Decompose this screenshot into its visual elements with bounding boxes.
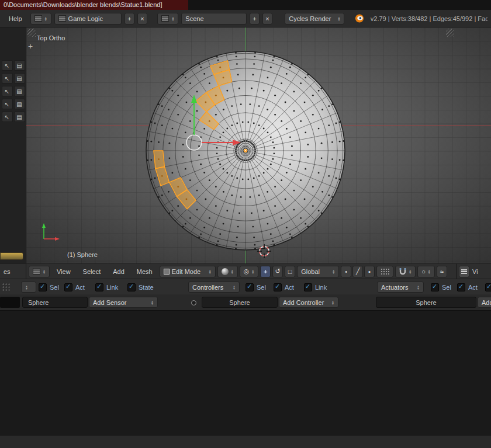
mode-dropdown[interactable]: Edit Mode ▲▼ [160,266,216,277]
manipulator-scale-button[interactable]: □ [285,266,295,277]
panel-grip-icon[interactable] [2,283,10,291]
chevron-updown-icon: ▲▼ [171,16,174,21]
vertex-select-button[interactable]: • [341,266,351,277]
cursor-icon[interactable]: ↖ [2,60,13,71]
cursor-icon[interactable]: ↖ [2,86,13,96]
chevron-updown-icon: ▲▼ [231,269,234,274]
logic-add-bar: Sphere Add Sensor ▲▼ Sphere Add Controll… [0,294,491,310]
logic-editor-canvas[interactable] [0,310,491,436]
cursor-icon[interactable]: ↖ [2,99,13,109]
proportional-edit-dropdown[interactable]: ○ ▲▼ [417,266,435,277]
add-controller-label: Add Controller [283,299,324,306]
controllers-sel-checkbox[interactable]: ✓ Sel [246,283,266,291]
view-name-label: Top Ortho [37,34,65,41]
left-editor-label: es [4,268,11,275]
magnet-icon [399,268,406,276]
chevron-updown-icon: ▲▼ [428,269,431,274]
sensors-link-checkbox[interactable]: ✓ Link [95,283,118,291]
logic-link-socket[interactable] [191,300,196,305]
snap-dropdown[interactable]: ▲▼ [395,266,416,277]
tool-row: ↖ ▤ [0,73,26,84]
add-layout-button[interactable]: + [125,13,134,25]
orientation-dropdown[interactable]: Global ▲▼ [297,266,339,277]
viewport-3d[interactable]: Top Ortho + (1) Sphere [26,27,491,263]
actuators-link-checkbox-partial[interactable]: ✓ [485,283,491,291]
render-engine-dropdown[interactable]: Cycles Render ▲▼ [285,13,344,25]
chevron-updown-icon: ▲▼ [151,300,154,305]
checkbox: ✓ [457,283,465,291]
right-editor-header: Vi [456,263,491,279]
cursor-icon[interactable]: ↖ [2,73,13,84]
add-controller-dropdown[interactable]: Add Controller ▲▼ [279,297,338,308]
panel-icon[interactable]: ▤ [14,99,25,109]
face-select-button[interactable]: ▪ [364,266,375,277]
manipulator-translate-button[interactable]: + [260,266,271,277]
left-editor-header[interactable]: es [0,263,26,279]
controllers-filter-dropdown[interactable]: Controllers ▲▼ [188,282,240,293]
occlude-geometry-button[interactable] [376,266,393,277]
menu-help[interactable]: Help [4,15,27,22]
toolshelf-expand-icon[interactable]: + [28,41,33,51]
checkbox-label: Sel [257,284,266,291]
region-list-button[interactable] [459,266,469,277]
sensors-filter-dropdown[interactable]: ▲▼ [21,282,36,293]
checkbox-label: Sel [442,284,451,291]
region-corner-handle[interactable] [27,29,36,37]
editor-type-button[interactable]: ▲▼ [30,13,51,25]
actuators-filter-dropdown[interactable]: Actuators ▲▼ [377,282,424,293]
info-editor-icon [34,15,42,22]
actuators-object-name: Sphere [416,299,436,306]
viewport-canvas[interactable] [26,27,491,263]
proportional-circle-icon: ○ [421,268,426,275]
scene-name-dropdown[interactable]: Scene [181,13,247,25]
add-actuator-dropdown[interactable]: Add [478,297,491,308]
menu-view[interactable]: View [51,268,76,275]
panel-icon[interactable]: ▤ [14,112,25,122]
shading-dropdown[interactable]: ▲▼ [217,266,238,277]
window-title: 0\Documents\Downloads\blender blends\Sta… [0,0,188,10]
add-sensor-dropdown[interactable]: Add Sensor ▲▼ [89,297,158,308]
left-editor-strip: ↖ ▤ ↖ ▤ ↖ ▤ ↖ ▤ ↖ ▤ [0,27,27,263]
checkbox: ✓ [39,283,47,291]
cursor-icon[interactable]: ↖ [2,112,13,122]
screen-layout-dropdown[interactable]: Game Logic [54,13,122,25]
pivot-dropdown[interactable]: ◎ ▲▼ [240,266,259,277]
menu-add[interactable]: Add [108,268,130,275]
close-layout-button[interactable]: × [137,13,147,25]
add-scene-button[interactable]: + [250,13,260,25]
panel-icon[interactable]: ▤ [14,73,25,84]
chevron-updown-icon: ▲▼ [43,269,46,274]
checkbox-label: Act [468,284,478,291]
panel-icon[interactable]: ▤ [14,86,25,96]
screen-layout-name: Game Logic [68,15,103,22]
falloff-curve-button[interactable]: ≈ [437,266,447,277]
chevron-updown-icon: ▲▼ [251,269,254,274]
viewport-editor-type-button[interactable]: ▲▼ [29,266,50,277]
scene-statistics: v2.79 | Verts:38/482 | Edges:45/992 | Fa… [371,15,487,22]
controllers-filter-label: Controllers [192,284,223,291]
actuators-sel-checkbox[interactable]: ✓ Sel [431,283,451,291]
checkbox: ✓ [127,283,136,291]
region-corner-handle[interactable] [446,29,454,37]
menu-mesh[interactable]: Mesh [132,268,158,275]
tool-row: ↖ ▤ [0,86,26,96]
sensors-state-checkbox[interactable]: ✓ State [127,283,154,291]
scene-browse-button[interactable]: ▲▼ [157,13,178,25]
controllers-act-checkbox[interactable]: ✓ Act [274,283,294,291]
chevron-updown-icon: ▲▼ [337,16,340,21]
checkbox-label: State [139,284,154,291]
check-icon: ✓ [247,283,252,290]
actuators-act-checkbox[interactable]: ✓ Act [457,283,478,291]
sensors-sel-checkbox[interactable]: ✓ Sel [39,283,59,291]
list-icon [461,271,467,272]
right-editor-label: Vi [472,268,478,275]
close-scene-button[interactable]: × [262,13,272,25]
manipulator-rotate-button[interactable]: ↺ [272,266,283,277]
menu-select[interactable]: Select [78,268,106,275]
collapsed-panel-handle[interactable] [0,252,23,260]
controllers-link-checkbox[interactable]: ✓ Link [304,283,327,291]
panel-icon[interactable]: ▤ [14,60,25,71]
sensors-act-checkbox[interactable]: ✓ Act [64,283,85,291]
edge-select-button[interactable]: ╱ [352,266,363,277]
check-icon: ✓ [486,283,491,290]
